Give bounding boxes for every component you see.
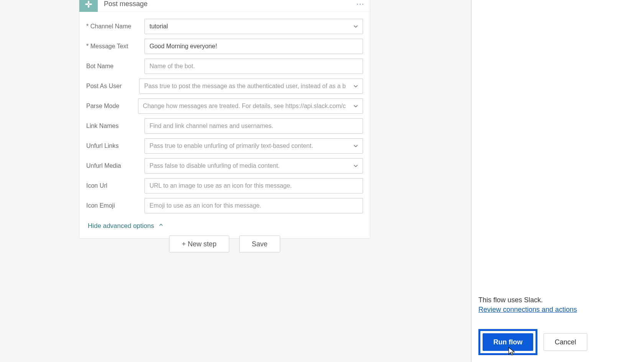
label-post-as-user: Post As User: [86, 83, 139, 90]
label-bot-name: Bot Name: [86, 63, 145, 70]
row-bot-name: Bot Name: [86, 59, 363, 74]
label-channel-name: * Channel Name: [86, 23, 145, 30]
row-unfurl-links: Unfurl Links Pass true to enable unfurli…: [86, 138, 363, 154]
label-icon-url: Icon Url: [86, 182, 145, 189]
panel-footer: This flow uses Slack. Review connections…: [478, 296, 637, 355]
svg-rect-2: [88, 1, 89, 4]
parse-mode-select[interactable]: Change how messages are treated. For det…: [138, 98, 363, 114]
card-header[interactable]: Post message ···: [79, 0, 370, 12]
svg-rect-1: [89, 3, 92, 5]
card-menu-button[interactable]: ···: [356, 0, 365, 8]
svg-rect-0: [85, 3, 88, 5]
label-parse-mode: Parse Mode: [86, 103, 138, 110]
run-panel: This flow uses Slack. Review connections…: [472, 0, 644, 362]
review-connections-link[interactable]: Review connections and actions: [478, 306, 637, 314]
chevron-up-icon: [158, 222, 164, 230]
row-icon-url: Icon Url: [86, 178, 363, 193]
new-step-button[interactable]: + New step: [169, 236, 229, 252]
slack-icon: [84, 0, 93, 9]
cancel-button[interactable]: Cancel: [544, 333, 587, 351]
row-parse-mode: Parse Mode Change how messages are treat…: [86, 98, 363, 114]
form: * Channel Name tutorial * Message Text B…: [79, 12, 370, 222]
label-message-text: * Message Text: [86, 43, 145, 50]
row-unfurl-media: Unfurl Media Pass false to disable unfur…: [86, 158, 363, 174]
bot-name-input[interactable]: [145, 59, 363, 74]
action-card-post-message: Post message ··· * Channel Name tutorial…: [79, 0, 370, 239]
label-link-names: Link Names: [86, 123, 145, 129]
label-unfurl-media: Unfurl Media: [86, 162, 145, 169]
label-icon-emoji: Icon Emoji: [86, 202, 145, 209]
icon-emoji-input[interactable]: [145, 198, 363, 213]
unfurl-media-select[interactable]: Pass false to disable unfurling of media…: [145, 158, 363, 174]
row-link-names: Link Names: [86, 118, 363, 134]
row-message-text: * Message Text: [86, 39, 363, 54]
label-unfurl-links: Unfurl Links: [86, 143, 145, 149]
canvas-actions: + New step Save: [79, 236, 370, 252]
row-channel-name: * Channel Name tutorial: [86, 19, 363, 34]
panel-message: This flow uses Slack.: [478, 296, 637, 304]
post-as-user-select[interactable]: Pass true to post the message as the aut…: [139, 79, 363, 94]
row-icon-emoji: Icon Emoji: [86, 198, 363, 213]
svg-rect-3: [88, 5, 89, 8]
message-text-input[interactable]: [145, 39, 363, 54]
panel-actions: Run flow Cancel: [478, 329, 637, 355]
unfurl-links-select[interactable]: Pass true to enable unfurling of primari…: [145, 138, 363, 154]
card-title: Post message: [98, 0, 356, 8]
row-post-as-user: Post As User Pass true to post the messa…: [86, 79, 363, 94]
link-names-input[interactable]: [145, 118, 363, 134]
slack-connector-icon: [79, 0, 98, 12]
run-flow-button[interactable]: Run flow: [483, 333, 533, 351]
run-flow-highlight: Run flow: [478, 329, 537, 355]
hide-advanced-toggle[interactable]: Hide advanced options: [88, 222, 164, 230]
save-button[interactable]: Save: [239, 236, 280, 252]
channel-name-select[interactable]: tutorial: [145, 19, 363, 34]
icon-url-input[interactable]: [145, 178, 363, 193]
editor-canvas: Post message ··· * Channel Name tutorial…: [0, 0, 472, 362]
